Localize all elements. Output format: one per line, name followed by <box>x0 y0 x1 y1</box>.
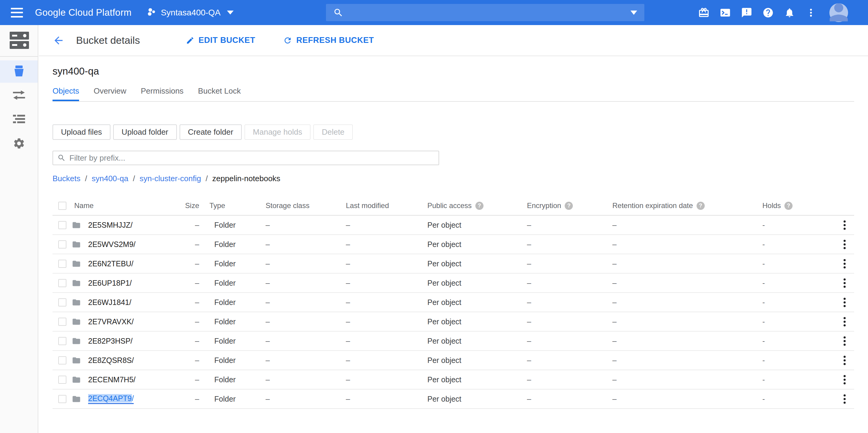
table-header-row: Name Size Type Storage class Last modifi… <box>53 196 854 215</box>
row-checkbox[interactable] <box>58 221 66 229</box>
object-folder-link[interactable]: 2E6UP18P1/ <box>88 279 132 287</box>
search-dropdown-icon[interactable] <box>630 10 637 15</box>
sidebar-item-settings[interactable] <box>0 133 38 155</box>
retention-cell: – <box>612 240 763 249</box>
row-menu-cell <box>823 316 854 328</box>
object-folder-link[interactable]: 2E6N2TEBU/ <box>88 259 133 268</box>
tab-permissions[interactable]: Permissions <box>141 84 184 101</box>
type-cell: Folder <box>210 240 266 249</box>
holds-cell: - <box>763 317 823 326</box>
row-menu-button[interactable] <box>842 277 847 289</box>
column-label: Last modified <box>346 201 389 210</box>
cloud-shell-icon[interactable] <box>719 7 731 19</box>
refresh-bucket-button[interactable]: REFRESH BUCKET <box>283 36 374 45</box>
page-title: Bucket details <box>76 34 140 46</box>
row-checkbox[interactable] <box>58 240 66 249</box>
row-menu-button[interactable] <box>842 393 847 405</box>
more-options-icon[interactable] <box>805 7 817 19</box>
row-checkbox-cell <box>53 376 71 384</box>
size-cell: – <box>184 240 210 249</box>
row-name-cell: 2E82P3HSP/ <box>71 337 184 345</box>
breadcrumb-buckets[interactable]: Buckets <box>53 174 81 183</box>
object-folder-link[interactable]: 2E82P3HSP/ <box>88 337 132 345</box>
row-checkbox[interactable] <box>58 260 66 268</box>
row-checkbox[interactable] <box>58 318 66 326</box>
object-folder-link[interactable]: 2ECQ4APT9/ <box>88 394 134 404</box>
breadcrumb-current: zeppelin-notebooks <box>212 174 280 183</box>
back-arrow-icon[interactable] <box>53 34 65 47</box>
menu-icon[interactable] <box>11 8 23 18</box>
row-checkbox[interactable] <box>58 376 66 384</box>
column-help-icon[interactable] <box>565 202 573 210</box>
object-folder-link[interactable]: 2E5SMHJJZ/ <box>88 221 132 230</box>
upload-files-button[interactable]: Upload files <box>53 124 111 140</box>
storage-class-cell: – <box>266 317 346 326</box>
column-help-icon[interactable] <box>475 202 484 210</box>
row-menu-button[interactable] <box>842 316 847 328</box>
object-folder-link[interactable]: 2E8ZQSR8S/ <box>88 356 134 365</box>
sidebar-item-transfer[interactable] <box>0 85 38 107</box>
object-folder-link[interactable]: 2E7VRAVXK/ <box>88 317 134 326</box>
project-selector[interactable]: Syntasa400-QA <box>147 7 234 18</box>
row-checkbox[interactable] <box>58 356 66 365</box>
row-checkbox-cell <box>53 221 71 229</box>
type-cell: Folder <box>210 395 266 403</box>
storage-class-cell: – <box>266 279 346 287</box>
create-folder-button[interactable]: Create folder <box>180 124 242 140</box>
sidebar-item-browser[interactable] <box>0 60 38 83</box>
row-menu-cell <box>823 335 854 347</box>
storage-class-cell: – <box>266 240 346 249</box>
row-checkbox[interactable] <box>58 395 66 403</box>
encryption-cell: – <box>527 279 612 287</box>
row-checkbox-cell <box>53 260 71 268</box>
help-icon[interactable] <box>762 7 774 19</box>
product-logo: Google Cloud Platform <box>35 7 132 18</box>
storage-class-cell: – <box>266 375 346 384</box>
tab-bucket-lock[interactable]: Bucket Lock <box>198 84 241 101</box>
filter-input[interactable] <box>69 153 438 163</box>
row-menu-cell <box>823 277 854 289</box>
row-menu-button[interactable] <box>842 258 847 270</box>
type-cell: Folder <box>210 221 266 230</box>
encryption-cell: – <box>527 375 612 384</box>
sidebar-item-storage-product[interactable] <box>0 25 38 49</box>
main-content: Bucket details EDIT BUCKET REFRESH BUCKE… <box>39 25 868 433</box>
row-name-cell: 2E6N2TEBU/ <box>71 259 184 268</box>
row-menu-button[interactable] <box>842 354 847 366</box>
row-checkbox[interactable] <box>58 298 66 307</box>
size-cell: – <box>184 395 210 403</box>
breadcrumb-bucket[interactable]: syn400-qa <box>92 174 128 183</box>
object-folder-link[interactable]: 2ECENM7H5/ <box>88 375 135 384</box>
row-menu-button[interactable] <box>842 335 847 347</box>
object-folder-link[interactable]: 2E5WVS2M9/ <box>88 240 135 249</box>
global-search[interactable] <box>326 4 644 21</box>
search-input[interactable] <box>348 8 624 17</box>
upload-folder-button[interactable]: Upload folder <box>113 124 177 140</box>
feedback-icon[interactable] <box>741 7 753 19</box>
select-all-checkbox[interactable] <box>58 202 66 210</box>
table-row: 2E82P3HSP/ – Folder – – Per object – – - <box>53 331 854 351</box>
row-menu-cell <box>823 296 854 308</box>
row-menu-cell <box>823 219 854 231</box>
breadcrumb-folder[interactable]: syn-cluster-config <box>140 174 201 183</box>
table-body: 2E5SMHJJZ/ – Folder – – Per object – – -… <box>53 215 854 409</box>
tabs: Objects Overview Permissions Bucket Lock <box>53 84 854 102</box>
tab-objects[interactable]: Objects <box>53 84 79 101</box>
row-checkbox[interactable] <box>58 279 66 287</box>
gift-icon[interactable] <box>698 7 710 19</box>
row-menu-button[interactable] <box>842 374 847 385</box>
column-help-icon[interactable] <box>784 202 793 210</box>
folder-icon <box>72 376 81 383</box>
notifications-icon[interactable] <box>783 7 796 19</box>
edit-bucket-button[interactable]: EDIT BUCKET <box>186 36 255 45</box>
row-checkbox[interactable] <box>58 337 66 345</box>
avatar[interactable] <box>829 3 848 22</box>
row-menu-button[interactable] <box>842 238 847 250</box>
manage-holds-button: Manage holds <box>245 124 311 140</box>
object-folder-link[interactable]: 2E6WJ1841/ <box>88 298 131 307</box>
tab-overview[interactable]: Overview <box>94 84 126 101</box>
column-help-icon[interactable] <box>696 202 705 210</box>
row-menu-button[interactable] <box>842 219 847 231</box>
sidebar-item-transfer-appliance[interactable] <box>0 109 38 131</box>
row-menu-button[interactable] <box>842 296 847 308</box>
